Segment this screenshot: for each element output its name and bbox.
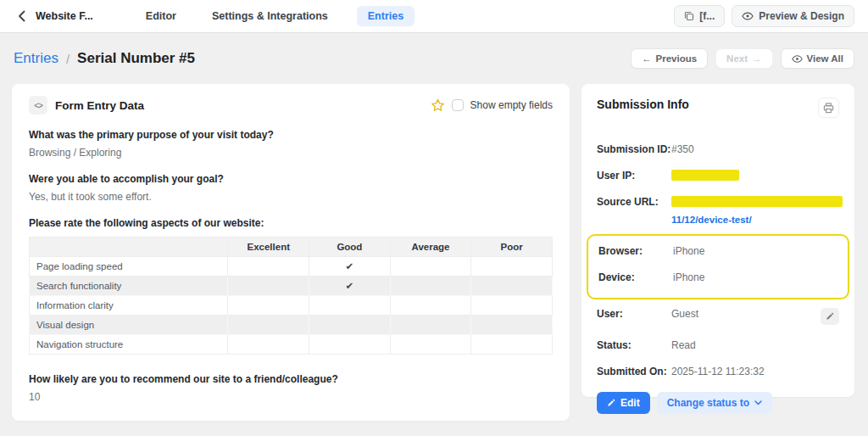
field-value: iPhone xyxy=(673,271,704,283)
field-value: iPhone xyxy=(673,245,704,257)
next-label: Next xyxy=(726,53,748,64)
matrix-cell xyxy=(228,296,309,316)
edit-entry-label: Edit xyxy=(620,397,640,409)
matrix-cell xyxy=(309,296,391,316)
matrix-row: Navigation structure xyxy=(30,335,553,355)
matrix-block: Please rate the following aspects of our… xyxy=(29,217,553,355)
matrix-column-header: Good xyxy=(309,238,391,257)
entry-card-title: Form Entry Data xyxy=(55,99,144,112)
source-url-value: 11/12/device-test/ xyxy=(671,196,843,226)
matrix-header-row: Excellent Good Average Poor xyxy=(30,238,553,257)
field-value: 2025-11-12 11:23:32 xyxy=(671,366,765,377)
breadcrumb-row: Entries / Serial Number #5 ← Previous Ne… xyxy=(0,46,868,71)
tab-editor[interactable]: Editor xyxy=(139,6,183,26)
star-icon[interactable] xyxy=(431,98,445,112)
matrix-row-label: Visual design xyxy=(30,316,228,335)
chevron-left-icon xyxy=(18,10,25,22)
view-all-button[interactable]: View All xyxy=(781,48,854,69)
copy-icon xyxy=(684,11,694,21)
rating-matrix-table: Excellent Good Average Poor Page loading… xyxy=(29,237,553,355)
printer-icon xyxy=(823,103,834,114)
matrix-row: Page loading speed ✔ xyxy=(30,257,553,277)
previous-entry-button[interactable]: ← Previous xyxy=(631,48,708,69)
submission-info-card: Submission Info Submission ID: #350 User… xyxy=(581,84,854,397)
chevron-down-icon xyxy=(754,400,762,405)
question-block: Were you able to accomplish your goal? Y… xyxy=(29,173,553,203)
field-device: Device: iPhone xyxy=(598,271,837,283)
edit-user-button[interactable] xyxy=(821,308,839,325)
question-answer: 10 xyxy=(29,391,553,403)
matrix-row-label: Navigation structure xyxy=(30,335,228,355)
submission-card-title: Submission Info xyxy=(597,98,689,111)
matrix-cell xyxy=(471,257,553,277)
tab-entries[interactable]: Entries xyxy=(357,6,415,26)
matrix-cell xyxy=(390,335,471,355)
arrow-left-icon: ← xyxy=(642,53,652,64)
question-label: How likely are you to recommend our site… xyxy=(29,373,553,385)
next-entry-button[interactable]: Next → xyxy=(715,48,772,69)
arrow-right-icon: → xyxy=(752,53,762,64)
matrix-cell xyxy=(228,316,309,335)
shortcode-copy-button[interactable]: [f... xyxy=(674,5,725,27)
show-empty-fields-checkbox[interactable] xyxy=(452,99,464,111)
matrix-cell xyxy=(471,316,553,335)
pencil-icon xyxy=(826,312,834,321)
matrix-row-label: Information clarity xyxy=(30,296,228,316)
code-icon: <> xyxy=(29,96,47,115)
field-label: Status: xyxy=(597,339,671,351)
tab-settings-integrations[interactable]: Settings & Integrations xyxy=(205,6,335,26)
field-value: Read xyxy=(671,339,696,351)
breadcrumb-entries-link[interactable]: Entries xyxy=(14,50,58,67)
field-user-ip: User IP: xyxy=(597,170,839,182)
matrix-cell xyxy=(471,296,553,316)
field-source-url: Source URL: 11/12/device-test/ xyxy=(597,196,839,226)
matrix-cell xyxy=(228,257,309,277)
change-status-button[interactable]: Change status to xyxy=(657,392,772,414)
matrix-column-header: Average xyxy=(390,238,471,257)
entry-card-header: <> Form Entry Data Show empty fields xyxy=(29,96,553,115)
matrix-cell: ✔ xyxy=(309,277,391,296)
field-browser: Browser: iPhone xyxy=(598,245,837,257)
entry-header-controls: Show empty fields xyxy=(431,98,553,112)
field-submitted-on: Submitted On: 2025-11-12 11:23:32 xyxy=(597,366,839,377)
field-label: Browser: xyxy=(598,245,673,257)
submission-actions: Edit Change status to xyxy=(597,392,839,414)
matrix-corner-cell xyxy=(30,238,228,257)
eye-icon xyxy=(742,12,754,20)
user-ip-redaction-highlight xyxy=(671,170,739,181)
source-url-redaction-highlight xyxy=(671,196,843,207)
submission-card-header: Submission Info xyxy=(597,98,839,118)
form-entry-data-card: <> Form Entry Data Show empty fields Wha… xyxy=(12,84,570,421)
matrix-cell xyxy=(471,277,553,296)
submission-fields: Submission ID: #350 User IP: Source URL:… xyxy=(597,143,839,377)
field-label: Source URL: xyxy=(597,196,671,208)
preview-design-label: Preview & Design xyxy=(759,10,844,22)
form-title: Website F... xyxy=(36,10,93,22)
eye-icon xyxy=(792,55,803,63)
source-url-link[interactable]: 11/12/device-test/ xyxy=(671,215,752,225)
view-all-label: View All xyxy=(807,53,843,64)
preview-design-button[interactable]: Preview & Design xyxy=(732,5,854,27)
matrix-row-label: Search functionality xyxy=(30,277,228,296)
shortcode-label: [f... xyxy=(699,10,715,22)
entry-nav-actions: ← Previous Next → View All xyxy=(631,48,854,69)
matrix-row-label: Page loading speed xyxy=(30,257,228,277)
field-label: Device: xyxy=(598,271,673,283)
question-block: How likely are you to recommend our site… xyxy=(29,373,553,403)
question-label: Were you able to accomplish your goal? xyxy=(29,173,553,185)
matrix-cell xyxy=(228,277,309,296)
print-button[interactable] xyxy=(818,98,839,118)
field-label: Submission ID: xyxy=(597,143,671,155)
field-label: User IP: xyxy=(597,170,671,182)
matrix-row: Visual design xyxy=(30,316,553,335)
field-value: Guest xyxy=(671,308,698,320)
breadcrumb-separator: / xyxy=(66,52,70,66)
field-label: User: xyxy=(597,308,671,320)
matrix-column-header: Excellent xyxy=(228,238,309,257)
page-title: Serial Number #5 xyxy=(77,50,195,67)
edit-entry-button[interactable]: Edit xyxy=(597,392,650,414)
matrix-row: Information clarity xyxy=(30,296,553,316)
back-button[interactable] xyxy=(14,8,29,24)
matrix-cell xyxy=(471,335,553,355)
matrix-cell xyxy=(309,316,391,335)
